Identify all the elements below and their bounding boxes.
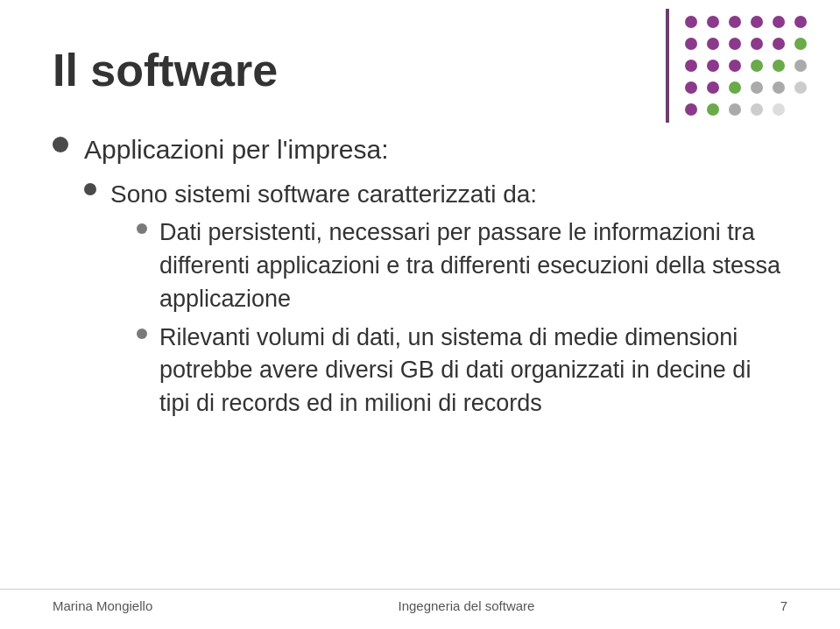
- svg-point-25: [707, 103, 719, 116]
- svg-point-18: [685, 81, 697, 94]
- svg-point-24: [685, 103, 697, 116]
- footer-author: Marina Mongiello: [53, 598, 152, 613]
- bullet-text-l3-1: Rilevanti volumi di dati, un sistema di …: [159, 322, 787, 421]
- svg-point-8: [729, 38, 741, 50]
- svg-point-6: [685, 38, 697, 50]
- bullet-l3-1: Rilevanti volumi di dati, un sistema di …: [137, 322, 787, 421]
- bullet-l1-0: Applicazioni per l'impresa:: [53, 131, 787, 168]
- svg-point-19: [707, 81, 719, 94]
- svg-point-10: [773, 38, 785, 50]
- svg-point-1: [707, 16, 719, 28]
- svg-point-22: [773, 81, 785, 94]
- bullet-dot-l2-0: [84, 183, 96, 195]
- slide: Il software Applicazioni per l'impresa: …: [0, 0, 840, 629]
- svg-point-14: [729, 60, 741, 72]
- svg-point-11: [794, 38, 807, 50]
- footer-course: Ingegneria del software: [398, 598, 534, 613]
- bullet-l2-0: Sono sistemi software caratterizzati da:…: [84, 177, 787, 426]
- svg-point-0: [685, 16, 697, 28]
- svg-point-4: [773, 16, 785, 28]
- svg-point-27: [751, 103, 763, 116]
- content-area: Applicazioni per l'impresa: Sono sistemi…: [53, 131, 787, 426]
- sub-bullets-l1-0: Sono sistemi software caratterizzati da:…: [84, 177, 787, 426]
- bullet-l3-0: Dati persistenti, necessari per passare …: [137, 216, 787, 315]
- dot-grid: [674, 9, 814, 123]
- svg-point-21: [751, 81, 763, 94]
- svg-point-9: [751, 38, 763, 50]
- svg-point-7: [707, 38, 719, 50]
- footer-page-number: 7: [780, 598, 787, 613]
- svg-point-16: [773, 60, 785, 72]
- sub-sub-bullets-l2-0: Dati persistenti, necessari per passare …: [137, 216, 787, 421]
- bullet-dot-l3-0: [137, 223, 147, 234]
- svg-point-12: [685, 60, 697, 72]
- bullet-text-l1-0: Applicazioni per l'impresa:: [84, 131, 389, 168]
- svg-point-13: [707, 60, 719, 72]
- svg-point-28: [773, 103, 785, 116]
- bullet-text-l2-0: Sono sistemi software caratterizzati da:: [110, 177, 787, 211]
- svg-point-3: [751, 16, 763, 28]
- bullet-dot-l1-0: [53, 137, 68, 152]
- svg-point-23: [794, 81, 807, 94]
- svg-point-17: [794, 60, 807, 72]
- svg-point-15: [751, 60, 763, 72]
- bullet-dot-l3-1: [137, 329, 147, 339]
- svg-point-2: [729, 16, 741, 28]
- svg-point-26: [729, 103, 741, 116]
- svg-point-5: [794, 16, 807, 28]
- svg-point-20: [729, 81, 741, 94]
- bullet-text-l3-0: Dati persistenti, necessari per passare …: [159, 216, 787, 315]
- purple-line: [666, 9, 669, 123]
- footer: Marina Mongiello Ingegneria del software…: [0, 589, 840, 613]
